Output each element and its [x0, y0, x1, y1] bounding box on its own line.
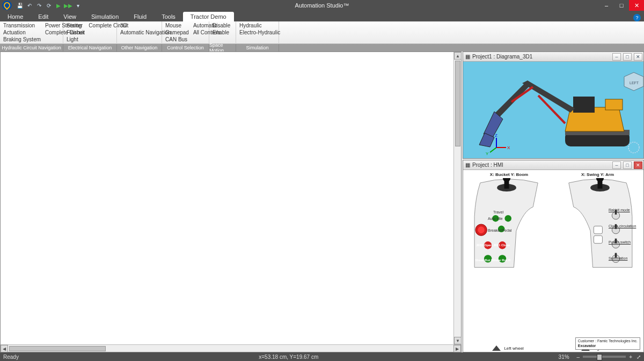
workspace: SHEAR ATTACHMENT BUCKET BOOM ARM Travel …: [0, 51, 644, 352]
panel-hmi-close-button[interactable]: ✕: [634, 161, 642, 169]
lbl-shearR: Shear Rot R: [492, 259, 510, 262]
lbl-shearL: Shear Rot L: [475, 259, 493, 262]
joy-right-label: X: Swing Y: Arm: [581, 172, 614, 177]
tab-home[interactable]: Home: [0, 12, 31, 21]
qat-redo-icon[interactable]: ↷: [35, 2, 43, 9]
ribbon-group-labels: Hydraulic Circuit Navigation Electrical …: [0, 44, 644, 51]
status-bar: Ready x=53.18 cm, Y=19.67 cm 31% – + ⤢: [0, 352, 644, 361]
maximize-button[interactable]: □: [614, 0, 629, 11]
grp-label-control: Control Selection: [162, 44, 209, 51]
cmd-starter[interactable]: Starter: [67, 22, 84, 29]
cmd-hydraulic[interactable]: Hydraulic: [239, 22, 280, 29]
cmd-mouse[interactable]: Mouse: [165, 22, 189, 29]
lbl-power: Power switch: [609, 240, 631, 244]
svg-point-44: [478, 226, 485, 233]
help-icon[interactable]: ?: [633, 14, 641, 21]
cmd-gamepad[interactable]: Gamepad: [165, 29, 189, 36]
svg-rect-23: [573, 97, 595, 113]
cmd-light[interactable]: Light: [67, 36, 84, 43]
cmd-actuation[interactable]: Actuation: [3, 29, 41, 36]
grp-label-space: Space Motion: [209, 44, 236, 51]
panel-3d-close-button[interactable]: ✕: [634, 53, 642, 61]
qat-save-icon[interactable]: 💾: [16, 2, 24, 9]
grp-label-hydraulic: Hydraulic Circuit Navigation: [0, 44, 63, 51]
close-button[interactable]: ✕: [629, 0, 644, 11]
panel-3d-icon: ▦: [465, 54, 470, 60]
panel-3d-min-button[interactable]: –: [612, 53, 621, 61]
zoom-in-icon[interactable]: +: [629, 354, 632, 360]
lbl-jopen: J031 Open: [476, 244, 492, 247]
scroll-thumb-h[interactable]: [9, 346, 106, 351]
joy-left-label: X: Bucket Y: Boom: [490, 172, 528, 177]
ribbon-group-other-nav: 3D Automatic Navigation: [117, 21, 162, 44]
panel-hmi-icon: ▦: [465, 162, 470, 168]
zoom-slider[interactable]: [583, 356, 626, 358]
ribbon: Transmission Actuation Braking System Po…: [0, 21, 644, 44]
app-icon[interactable]: [2, 1, 12, 10]
cmd-enable[interactable]: Enable: [213, 29, 230, 36]
panel-3d: ▦ Project1 : Diagrama_3D1 – □ ✕: [463, 51, 644, 159]
horizontal-scrollbar[interactable]: ◀ ▶: [1, 344, 461, 352]
cmd-electrohydraulic[interactable]: Electro-Hydraulic: [239, 29, 280, 36]
lbl-jclose: J031 Close: [493, 244, 510, 247]
cmd-disable[interactable]: Disable: [213, 22, 230, 29]
ribbon-group-electrical-nav: Starter Flasher Light Complete Circuit: [63, 21, 117, 44]
svg-text:Y: Y: [486, 151, 489, 156]
tab-tractor-demo[interactable]: Tractor Demo: [183, 12, 234, 21]
grp-label-other: Other Navigation: [117, 44, 162, 51]
ribbon-group-simulation: Hydraulic Electro-Hydraulic: [236, 21, 279, 44]
scroll-right-icon[interactable]: ▶: [453, 345, 461, 352]
qat-refresh-icon[interactable]: ⟳: [45, 2, 53, 9]
grp-label-sim: Simulation: [236, 44, 279, 51]
panel-3d-max-button[interactable]: □: [623, 53, 632, 61]
qat-play-icon[interactable]: ▶: [55, 2, 62, 9]
svg-rect-64: [594, 226, 602, 233]
lbl-travel: Travel: [493, 210, 503, 214]
title-bar: 💾 ↶ ↷ ⟳ ▶ ▶▶ ▾ Automation Studio™ – □ ✕: [0, 0, 644, 11]
status-zoom: 31%: [559, 354, 569, 360]
tab-fluid[interactable]: Fluid: [126, 12, 154, 21]
scroll-left-icon[interactable]: ◀: [1, 345, 8, 352]
vertical-scrollbar[interactable]: ▲ ▼: [453, 52, 461, 344]
cmd-transmission[interactable]: Transmission: [3, 22, 41, 29]
right-panels: ▦ Project1 : Diagrama_3D1 – □ ✕: [463, 51, 644, 352]
tab-simulation[interactable]: Simulation: [84, 12, 126, 21]
scroll-down-icon[interactable]: ▼: [454, 337, 462, 344]
hmi-view[interactable]: X: Bucket Y: Boom: [463, 170, 643, 352]
cmd-braking-system[interactable]: Braking System: [3, 36, 41, 43]
schematic-window: SHEAR ATTACHMENT BUCKET BOOM ARM Travel …: [0, 51, 462, 352]
qat-dropdown-icon[interactable]: ▾: [74, 2, 82, 9]
view-3d[interactable]: X Y Z LEFT: [463, 62, 643, 158]
minimize-button[interactable]: –: [599, 0, 614, 11]
zoom-out-icon[interactable]: –: [577, 354, 580, 360]
fit-icon[interactable]: ⤢: [636, 354, 641, 360]
tab-tools[interactable]: Tools: [154, 12, 183, 21]
svg-line-33: [490, 148, 496, 152]
tab-view[interactable]: View: [56, 12, 84, 21]
panel-3d-title: Project1 : Diagrama_3D1: [472, 54, 532, 60]
scroll-up-icon[interactable]: ▲: [454, 52, 462, 60]
svg-text:LEFT: LEFT: [630, 81, 639, 85]
panel-hmi-title: Project : HMI: [472, 162, 503, 168]
svg-rect-24: [605, 99, 623, 110]
hmi-mini-titleblock: Customer : Famic Technologies Inc. Excav…: [575, 337, 640, 350]
qat-undo-icon[interactable]: ↶: [26, 2, 33, 9]
cmd-can-bus[interactable]: CAN Bus: [165, 36, 189, 43]
panel-hmi-min-button[interactable]: –: [612, 161, 621, 169]
quick-access-toolbar: 💾 ↶ ↷ ⟳ ▶ ▶▶ ▾: [16, 2, 82, 9]
svg-point-39: [628, 142, 639, 153]
svg-rect-65: [594, 235, 602, 243]
cmd-flasher[interactable]: Flasher: [67, 29, 84, 36]
ribbon-group-hydraulic-nav: Transmission Actuation Braking System Po…: [0, 21, 63, 44]
scroll-thumb-v[interactable]: [455, 61, 460, 146]
window-buttons: – □ ✕: [599, 0, 644, 11]
qat-play2-icon[interactable]: ▶▶: [64, 2, 72, 9]
status-ready: Ready: [3, 354, 19, 360]
status-coords: x=53.18 cm, Y=19.67 cm: [259, 354, 318, 360]
lbl-breaker: Breaker/Pedal: [488, 229, 511, 232]
tab-edit[interactable]: Edit: [31, 12, 56, 21]
lbl-close: Close circulation: [609, 224, 636, 228]
lbl-left-wheel: Left wheel: [504, 346, 523, 351]
panel-hmi-max-button[interactable]: □: [623, 161, 632, 169]
lbl-sum: Summation: [609, 256, 627, 260]
